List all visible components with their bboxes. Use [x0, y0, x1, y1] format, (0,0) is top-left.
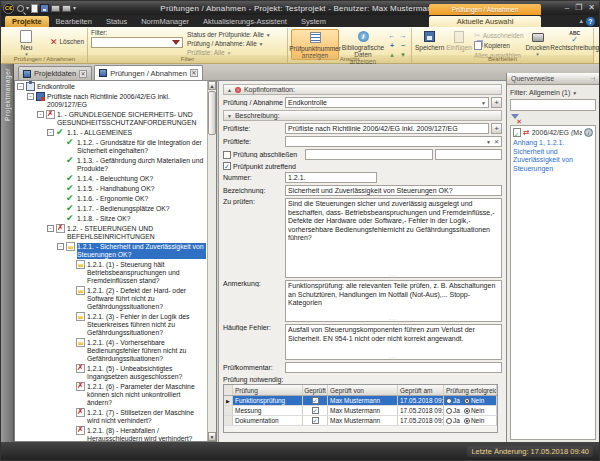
arrow-left-icon[interactable]: ←	[387, 31, 397, 40]
print-preview-icon[interactable]	[62, 5, 71, 12]
crossref-link[interactable]: Anhang 1, 1.2.1. Sicherheit und Zuverläs…	[513, 139, 593, 173]
print-icon[interactable]	[51, 5, 60, 12]
section-kopfinformation[interactable]: ▲ Kopfinformation:	[223, 84, 502, 95]
tree-item[interactable]: 1.2.1. (1) - Steuerung hält Betriebsbean…	[15, 260, 207, 286]
tree-item[interactable]: -1.2.1. - Sicherheit und Zuverlässigkeit…	[15, 242, 207, 260]
save-icon[interactable]	[40, 4, 49, 13]
ribbon-tab-normmanager[interactable]: NormManager	[134, 16, 196, 27]
tree-item[interactable]: 1.2.1. (2) - Defekt der Hard- oder Softw…	[15, 286, 207, 312]
tree-item[interactable]: 1.1.8. - Sitze OK?	[15, 214, 207, 224]
tree-item[interactable]: 1.1.7. - Bedienungsplätze OK?	[15, 204, 207, 214]
comment-field[interactable]	[285, 362, 502, 373]
add-checklist-button[interactable]: +	[491, 123, 502, 134]
tree-expander-icon[interactable]: -	[27, 93, 34, 100]
sidebar-projektmanager[interactable]: Projektmanager	[1, 64, 14, 442]
clear-x-icon[interactable]: ✕	[494, 138, 499, 145]
tree-item[interactable]: 1.2.1. (4) - Vorhersehbare Bedienungsfeh…	[15, 338, 207, 364]
close-tab-icon[interactable]: ✕	[79, 70, 87, 78]
maximize-button[interactable]: ❐	[575, 2, 582, 14]
pin-icon[interactable]: ⊣	[590, 75, 595, 82]
tree-item[interactable]: 1.2.1. (3) - Fehler in der Logik des Ste…	[15, 312, 207, 338]
scroll-down-icon[interactable]: ▼	[208, 432, 216, 441]
search-dropdown-icon[interactable]: ▾	[26, 4, 29, 13]
row-selector-cell[interactable]	[224, 416, 233, 425]
arrow-right-icon[interactable]: →	[398, 31, 408, 40]
tree-item[interactable]: 1.1.3. - Gefährdung durch Materialien un…	[15, 156, 207, 174]
tree-item[interactable]: 1.1.6. - Ergonomie OK?	[15, 194, 207, 204]
scroll-up-icon[interactable]: ▲	[208, 81, 216, 90]
collapse-chevron-icon[interactable]: ▼	[227, 113, 232, 119]
close-tab-icon[interactable]: ✕	[190, 69, 198, 77]
checked-checkbox[interactable]: ✓	[312, 417, 319, 424]
applicable-checkbox[interactable]: ✓	[223, 162, 231, 170]
add-exam-button[interactable]: +	[491, 97, 502, 108]
frequent-errors-textarea[interactable]: Ausfall von Steuerungskomponenten führen…	[285, 324, 502, 360]
delete-button[interactable]: ✕ Löschen	[50, 37, 84, 46]
info-icon[interactable]: i	[584, 128, 593, 137]
collapse-chevron-icon[interactable]: ▲	[227, 87, 232, 93]
tree-expander-icon[interactable]: -	[47, 129, 54, 136]
tree-item[interactable]: 1.2.1. (7) - Stillsetzen der Maschine wi…	[15, 408, 207, 426]
expand-plus-icon[interactable]: +	[387, 41, 397, 50]
filter-dropdown-0[interactable]: Status der Prüfpunkte: Alle ▼	[187, 31, 271, 38]
new-button[interactable]: Neu▾	[5, 29, 48, 58]
checked-checkbox[interactable]: ✓	[312, 397, 319, 404]
tree-item[interactable]: -1.2. - STEUERUNGEN UND BEFEHLSEINRICHTU…	[15, 224, 207, 242]
tree-item[interactable]: -Prüfliste nach Richtlinie 2006/42/EG in…	[15, 92, 207, 110]
table-row[interactable]: Messung✓Max Mustermann17.05.2018 09:4...…	[224, 406, 497, 416]
filter-input[interactable]	[91, 37, 183, 48]
number-field[interactable]: 1.2.1.	[285, 172, 377, 183]
radio-ja[interactable]	[446, 408, 452, 414]
search-icon[interactable]	[17, 5, 24, 12]
section-beschreibung[interactable]: ▼ Beschreibung:	[223, 110, 502, 121]
crossref-item[interactable]: ⇄ 2006/42/EG (Masch... i	[513, 128, 593, 137]
tree-item[interactable]: 1.2.1. (5) - Unbeabsichtigtes Ingangsetz…	[15, 364, 207, 382]
ribbon-tab-system[interactable]: System	[294, 16, 333, 27]
scrollbar-thumb[interactable]	[208, 91, 216, 135]
radio-nein[interactable]	[464, 408, 470, 414]
tree-item[interactable]: 1.2.1. (6) - Parameter der Maschine könn…	[15, 382, 207, 408]
to-check-textarea[interactable]: Sind die Steuerungen sicher und zuverläs…	[285, 198, 502, 278]
table-row[interactable]: Dokumentation✓Max Mustermann17.05.2018 0…	[224, 416, 497, 426]
tree-expander-icon[interactable]: -	[37, 111, 44, 118]
help-icon[interactable]: ?	[586, 17, 595, 26]
save-button[interactable]: Speichern	[415, 29, 444, 51]
app-logo-icon[interactable]: C€	[3, 3, 14, 14]
radio-nein[interactable]	[464, 398, 470, 404]
print-button[interactable]: Drucken▾	[526, 29, 550, 58]
crossrefs-filter-dropdown[interactable]: Filter: Allgemein (1)▼	[510, 87, 596, 98]
checked-checkbox[interactable]: ✓	[312, 407, 319, 414]
tree-item[interactable]: 1.2.1. (8) - Herabfallen / Herausschleud…	[15, 426, 207, 441]
tab-aktuelle-auswahl[interactable]: Aktuelle Auswahl	[429, 16, 541, 27]
crossref-item-title[interactable]: 2006/42/EG (Masch...	[532, 129, 582, 136]
spellcheck-button[interactable]: ABC Rechtschreibung	[552, 29, 598, 51]
tree-item[interactable]: -Endkontrolle	[15, 82, 207, 92]
ribbon-tab-bearbeiten[interactable]: Bearbeiten	[49, 16, 99, 27]
tree-expander-icon[interactable]: -	[17, 83, 24, 90]
tree-item[interactable]: -1.1. - ALLGEMEINES	[15, 128, 207, 138]
row-selector-cell[interactable]: ▶	[224, 396, 233, 405]
copy-button[interactable]: Kopieren	[474, 41, 524, 50]
row-selector-cell[interactable]	[224, 406, 233, 415]
finish-sign-field[interactable]	[435, 149, 502, 160]
finish-exam-checkbox[interactable]	[223, 151, 231, 159]
collapse-ribbon-icon[interactable]: ▴	[579, 17, 583, 26]
radio-ja[interactable]	[446, 418, 452, 424]
minimize-button[interactable]: –	[565, 2, 569, 14]
filter-dropdown-1[interactable]: Prüfung / Abnahme: Alle ▼	[187, 40, 271, 47]
paste-button[interactable]: Einfügen	[446, 29, 472, 51]
chevron-down-icon[interactable]: ▼	[481, 100, 486, 106]
table-row[interactable]: ▶Funktionsprüfung✓Max Mustermann17.05.20…	[224, 396, 497, 406]
checklist-field[interactable]: Prüfliste nach Richtlinie 2006/42/EG ink…	[285, 123, 489, 134]
name-field[interactable]: Sicherheit und Zuverlässigkeit von Steue…	[285, 185, 502, 196]
filter-funnel-icon[interactable]	[172, 40, 180, 45]
cut-button[interactable]: ✂ Ausschneiden	[474, 31, 524, 40]
exam-select[interactable]: Endkontrolle▼	[285, 97, 489, 108]
tree-scrollbar[interactable]: ▲ ▼	[207, 81, 216, 441]
radio-nein[interactable]	[464, 418, 470, 424]
remove-filter-icon[interactable]: ✕	[510, 113, 521, 124]
tree-expander-icon[interactable]: -	[47, 225, 54, 232]
tree-item[interactable]: 1.1.5. - Handhabung OK?	[15, 184, 207, 194]
close-button[interactable]: ✕	[588, 2, 595, 14]
finish-date-field[interactable]	[305, 149, 433, 160]
